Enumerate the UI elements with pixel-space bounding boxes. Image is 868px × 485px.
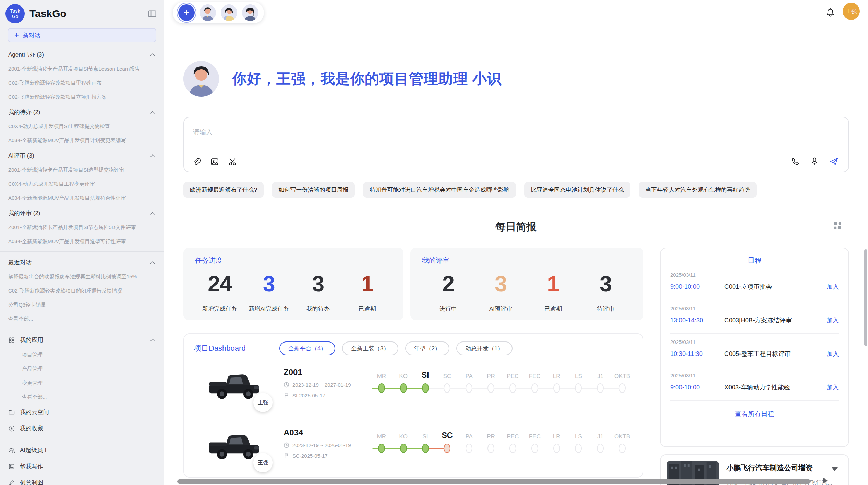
stat-value: 3: [474, 271, 527, 297]
tab-powertrain[interactable]: 动总开发（1）: [456, 341, 512, 355]
suggestion-chip[interactable]: 特朗普可能对进口汽车增税会对中国车企造成哪些影响: [363, 182, 516, 198]
phone-icon[interactable]: [791, 157, 800, 166]
help-write-item[interactable]: 帮我写作: [0, 458, 164, 474]
agent-avatar-3[interactable]: [242, 4, 258, 21]
cloud-space-item[interactable]: 我的云空间: [0, 404, 164, 420]
creative-drawing-item[interactable]: 创意制图: [0, 474, 164, 485]
layout-grid-icon[interactable]: [832, 221, 843, 231]
join-meeting-link[interactable]: 加入: [827, 383, 839, 391]
sidebar-item[interactable]: A034-全新新能源MUV产品开发项目计划变更表编写: [0, 134, 164, 148]
sidebar-item[interactable]: A034-全新新能源MUV产品开发项目造型可行性评审: [0, 235, 164, 249]
chat-input[interactable]: 请输入...: [183, 117, 849, 172]
scroll-down-arrow[interactable]: [832, 467, 838, 471]
tab-year-model[interactable]: 年型（2）: [405, 341, 449, 355]
add-agent-button[interactable]: +: [178, 4, 195, 21]
scissors-icon[interactable]: [228, 157, 237, 166]
sidebar-item[interactable]: Z001-全新燃油轻卡产品开发项目SI节点属性5D文件评审: [0, 221, 164, 235]
stage-label: LR: [546, 373, 568, 380]
stage-label: KO: [393, 373, 414, 380]
agent-avatar-2[interactable]: [221, 4, 237, 21]
milestone-track: MR KO SI SC PA PR PEC FEC LR LS J1 OKTB: [371, 368, 633, 394]
my-apps-header[interactable]: 我的应用: [0, 332, 164, 348]
tab-new-body[interactable]: 全新上装（3）: [342, 341, 398, 355]
app-logo: Task Go: [5, 4, 25, 23]
sidebar-item[interactable]: C0X4-动力总成开发项目SI里程碑提交物检查: [0, 120, 164, 134]
chevron-up-icon: [149, 53, 156, 57]
image-upload-icon[interactable]: [210, 157, 219, 166]
section-header[interactable]: 我的评审 (2): [0, 205, 164, 221]
milestone-dot-done: [422, 444, 429, 453]
divider: [0, 251, 164, 252]
apps-view-all[interactable]: 查看全部...: [0, 390, 164, 404]
scroll-right-arrow[interactable]: [823, 478, 828, 483]
horizontal-scrollbar[interactable]: [177, 479, 811, 484]
section-label: AI评审 (3): [8, 152, 34, 160]
plus-icon: +: [14, 32, 19, 39]
schedule-date: 2025/03/11: [670, 339, 839, 345]
tab-new-platform[interactable]: 全新平台（4）: [279, 341, 335, 355]
join-meeting-link[interactable]: 加入: [827, 283, 839, 291]
user-avatar[interactable]: 王强: [843, 3, 860, 20]
milestone-dot: [553, 444, 560, 453]
suggestion-chip[interactable]: 比亚迪全固态电池计划具体说了什么: [524, 182, 630, 198]
section-header[interactable]: AI评审 (3): [0, 148, 164, 163]
divider: [0, 329, 164, 329]
favorites-item[interactable]: 我的收藏: [0, 420, 164, 436]
stat: 24新增完成任务: [195, 271, 244, 313]
project-dates: 2023-12-19 ~ 2026-01-19: [284, 442, 369, 448]
sidebar-section-my-todo: 我的待办 (2) C0X4-动力总成开发项目SI里程碑提交物检查 A034-全新…: [0, 104, 164, 148]
stage-label: OKTB: [611, 433, 633, 440]
notifications-bell-icon[interactable]: [825, 8, 835, 18]
agent-avatar-1[interactable]: [200, 4, 216, 21]
ai-super-staff-item[interactable]: AI超级员工: [0, 442, 164, 458]
app-item[interactable]: 产品管理: [0, 362, 164, 376]
app-item[interactable]: 项目管理: [0, 348, 164, 362]
section-header[interactable]: 我的待办 (2): [0, 104, 164, 120]
suggestion-chip[interactable]: 当下年轻人对汽车外观有怎样的喜好趋势: [639, 182, 757, 198]
paperclip-icon[interactable]: [192, 157, 201, 166]
microphone-icon[interactable]: [810, 157, 819, 166]
sidebar-item[interactable]: C0X4-动力总成开发项目工程变更评审: [0, 177, 164, 191]
section-header[interactable]: Agent已办 (3): [0, 47, 164, 62]
view-all-schedule-link[interactable]: 查看所有日程: [670, 401, 839, 419]
stat-value: 3: [293, 271, 343, 297]
collapse-sidebar-icon[interactable]: [147, 9, 157, 18]
project-dates: 2023-12-19 ~ 2027-01-19: [284, 382, 369, 388]
sidebar-item[interactable]: Z001-全新燃油轻卡产品开发项目SI造型提交物评审: [0, 163, 164, 177]
stat-value: 3: [579, 271, 632, 297]
suggestion-chip[interactable]: 如何写一份清晰的项目周报: [272, 182, 355, 198]
help-write-label: 帮我写作: [20, 462, 43, 470]
stage-label: OKTB: [611, 373, 633, 380]
stat: 3我的待办: [293, 271, 343, 313]
suggestion-chip[interactable]: 欧洲新规最近颁布了什么?: [183, 182, 264, 198]
new-chat-label: 新对话: [23, 32, 40, 39]
sidebar-item[interactable]: C02-飞腾新能源轻客改款项目立项汇报方案: [0, 90, 164, 104]
sidebar-item[interactable]: Z001-全新燃油皮卡产品开发项目SI节点Lesson Learn报告: [0, 62, 164, 76]
app-title: TaskGo: [29, 8, 67, 20]
join-meeting-link[interactable]: 加入: [827, 350, 839, 358]
recent-view-all[interactable]: 查看全部...: [0, 312, 164, 326]
recent-item[interactable]: 解释最新出台的欧盟报废车法规再生塑料比例被调至15%...: [0, 270, 164, 284]
new-chat-button[interactable]: + 新对话: [8, 28, 156, 42]
cloud-space-label: 我的云空间: [20, 408, 49, 416]
send-icon[interactable]: [829, 157, 839, 166]
stage-label: MR: [371, 433, 393, 440]
recent-item[interactable]: 公司Q3轻卡销量: [0, 298, 164, 312]
recent-item[interactable]: C02-飞腾新能源轻客改款项目的闭环通告反馈情况: [0, 284, 164, 298]
clock-icon: [284, 382, 289, 388]
vertical-scrollbar[interactable]: [864, 249, 867, 346]
project-row-z001[interactable]: 王强 Z001 2023-12-19 ~ 2027-01-19 SI-2025-…: [194, 368, 633, 415]
dashboard-title: 项目Dashboard: [194, 343, 246, 353]
sidebar-item[interactable]: A034-全新新能源MUV产品开发项目法规符合性评审: [0, 191, 164, 205]
section-header[interactable]: 最近对话: [0, 254, 164, 270]
project-row-a034[interactable]: 王强 A034 2023-12-19 ~ 2026-01-19 SC-2025-…: [194, 428, 633, 476]
stage-label: PR: [480, 373, 502, 380]
schedule-item: 2025/03/11 9:00-10:00 X003-车辆动力学性能验... 加…: [670, 367, 839, 401]
milestone-dot-done: [400, 383, 407, 393]
app-item[interactable]: 变更管理: [0, 376, 164, 390]
join-meeting-link[interactable]: 加入: [827, 316, 839, 324]
taskgo-app: Task Go TaskGo + 新对话 Agent已办 (3) Z001-全新…: [0, 0, 868, 485]
favorites-label: 我的收藏: [20, 424, 43, 432]
stat-card-title: 我的评审: [422, 256, 632, 265]
sidebar-item[interactable]: C02-飞腾新能源轻客改款项目里程碑画布: [0, 76, 164, 90]
